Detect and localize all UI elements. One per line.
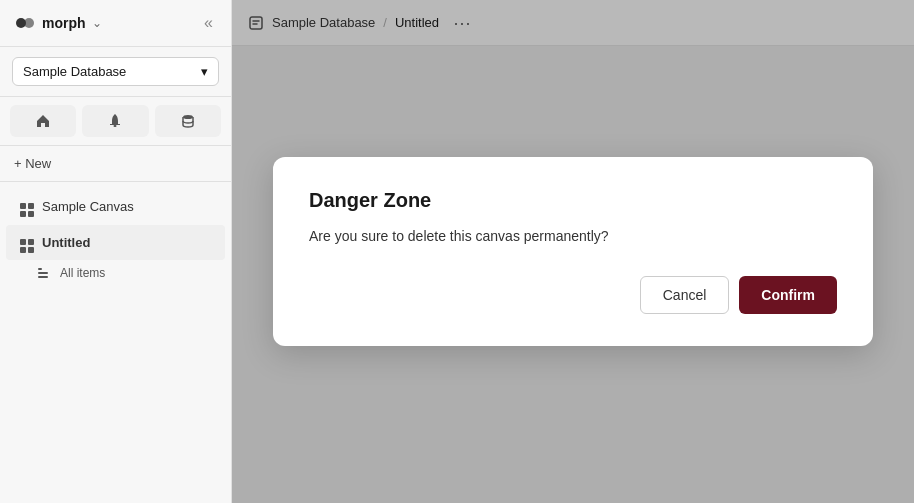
sidebar-item-untitled[interactable]: Untitled	[6, 225, 225, 260]
modal-body: Are you sure to delete this canvas perma…	[309, 228, 837, 244]
sidebar-icon-bar	[0, 97, 231, 146]
sidebar: morph ⌄ « Sample Database ▾	[0, 0, 232, 503]
morph-logo-icon	[14, 12, 36, 34]
main-area: Sample Database / Untitled ⋯ Danger Zone…	[232, 0, 914, 503]
database-icon	[180, 113, 196, 129]
svg-rect-2	[114, 125, 117, 127]
svg-point-3	[183, 115, 193, 119]
app-name: morph	[42, 15, 86, 31]
danger-zone-modal: Danger Zone Are you sure to delete this …	[273, 157, 873, 346]
grid-icon-untitled	[20, 232, 34, 253]
home-icon-button[interactable]	[10, 105, 76, 137]
sidebar-item-sample-canvas[interactable]: Sample Canvas	[6, 189, 225, 224]
database-selector-chevron: ▾	[201, 64, 208, 79]
modal-actions: Cancel Confirm	[309, 276, 837, 314]
home-icon	[35, 113, 51, 129]
sidebar-item-label-sample-canvas: Sample Canvas	[42, 199, 134, 214]
chevron-down-icon: ⌄	[92, 16, 102, 30]
database-icon-button[interactable]	[155, 105, 221, 137]
list-icon-all-items	[38, 267, 52, 279]
sidebar-header: morph ⌄ «	[0, 0, 231, 47]
db-selector-area: Sample Database ▾	[0, 47, 231, 97]
new-button[interactable]: + New	[0, 146, 231, 182]
confirm-button[interactable]: Confirm	[739, 276, 837, 314]
sidebar-nav: Sample Canvas Untitled All items	[0, 182, 231, 503]
database-selector[interactable]: Sample Database ▾	[12, 57, 219, 86]
sidebar-item-label-all-items: All items	[60, 266, 105, 280]
sidebar-item-all-items[interactable]: All items	[6, 261, 225, 285]
cancel-button[interactable]: Cancel	[640, 276, 730, 314]
new-button-label: + New	[14, 156, 51, 171]
grid-icon-sample-canvas	[20, 196, 34, 217]
sidebar-item-label-untitled: Untitled	[42, 235, 90, 250]
logo-area[interactable]: morph ⌄	[14, 12, 102, 34]
database-selector-label: Sample Database	[23, 64, 126, 79]
svg-point-1	[24, 18, 34, 28]
modal-title: Danger Zone	[309, 189, 837, 212]
collapse-sidebar-button[interactable]: «	[200, 12, 217, 34]
bell-icon-button[interactable]	[82, 105, 148, 137]
modal-overlay: Danger Zone Are you sure to delete this …	[232, 0, 914, 503]
bell-icon	[107, 113, 123, 129]
